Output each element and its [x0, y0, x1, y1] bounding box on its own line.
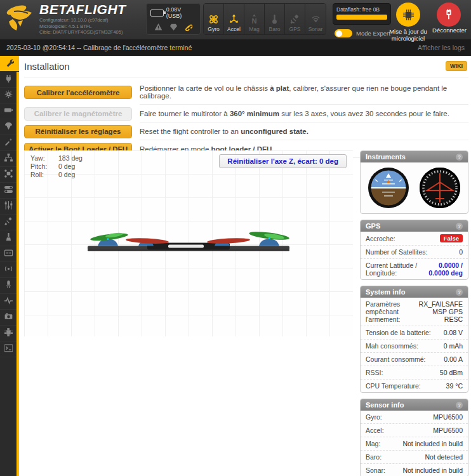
chip-icon	[402, 9, 415, 21]
row-label: Mag:	[366, 440, 380, 447]
sidebar-item-modes[interactable]	[0, 183, 17, 199]
panel-title: Sensor info	[366, 401, 404, 409]
sidebar-item-blackbox[interactable]	[0, 326, 17, 341]
panel-row: Baro:Not detected	[361, 451, 468, 464]
camera-icon	[4, 312, 13, 323]
panel-row: CPU Temperature:39 °C	[361, 380, 468, 392]
sidebar-item-osd[interactable]	[0, 246, 17, 262]
panel-row: Mah consommés:0 mAh	[361, 340, 468, 353]
action-button-1: Calibrer le magnétomètre	[24, 107, 132, 121]
baro-icon	[269, 14, 280, 25]
quadcopter-3d-model	[84, 223, 293, 258]
svg-text:N: N	[251, 17, 256, 25]
instruments-title: Instruments	[366, 153, 406, 161]
help-icon[interactable]: ?	[456, 223, 463, 230]
action-button-0[interactable]: Calibrer l'accéléromètre	[24, 86, 132, 99]
action-description: Faire tourner le multirotor à 360° minim…	[140, 105, 468, 122]
battery-monitor: 0.08V (USB)	[146, 3, 201, 35]
log-message: 2025-03-10 @20:54:14 -- Calibrage de l'a…	[6, 44, 192, 51]
reset-z-axis-button[interactable]: Réinitialiser l'axe Z, écart: 0 deg	[219, 154, 347, 168]
row-value[interactable]: 0.0000 / 0.0000 deg	[424, 261, 463, 277]
sidebar-item-receiver[interactable]	[0, 167, 17, 183]
calibration-actions: Calibrer l'accéléromètrePositionner la c…	[24, 80, 468, 158]
row-value: MPU6500	[433, 426, 463, 434]
panel-row: Courant consommé:0.00 A	[361, 353, 468, 366]
sidebar-item-presets[interactable]	[0, 135, 17, 151]
instruments-panel: Instruments ?	[360, 150, 468, 214]
disconnect-label[interactable]: Déconnecter	[432, 27, 467, 34]
gps-icon	[289, 14, 300, 25]
battery-voltage: 0.08V (USB)	[166, 6, 196, 19]
sensor-status-baro: Baro	[265, 4, 285, 34]
sidebar-item-pid-tuning[interactable]	[0, 151, 17, 167]
sidebar-item-camera[interactable]	[0, 310, 17, 326]
row-value: MPU6500	[433, 413, 463, 421]
show-logs-link[interactable]: Afficher les logs	[418, 44, 465, 51]
dataflash-usage-bar	[336, 15, 387, 20]
sidebar-item-motors[interactable]	[0, 230, 17, 246]
row-label: Tension de la batterie:	[366, 329, 431, 336]
sensor-label: Accel	[227, 26, 241, 32]
betaflight-logo: BETAFLIGHT Configurateur: 10.10.0 (c97de…	[4, 3, 126, 36]
sidebar-item-gps[interactable]	[0, 215, 17, 230]
sidebar-item-adjustments[interactable]	[0, 199, 17, 215]
firmware-flasher-button[interactable]	[396, 3, 420, 27]
gps-panel: GPS?Accroche:FalseNumber of Satellites:0…	[360, 220, 468, 280]
status-badge[interactable]: False	[440, 234, 463, 242]
panel-row: Current Latitude / Longitude:0.0000 / 0.…	[361, 259, 468, 279]
configurator-version: Configurateur: 10.10.0 (c97deaf)	[39, 17, 126, 23]
row-label: CPU Temperature:	[366, 382, 421, 390]
action-button-2[interactable]: Réinitialiser les réglages	[24, 125, 132, 138]
panel-row: Sonar:Not included in build	[361, 464, 468, 476]
sidebar-item-failsafe[interactable]	[0, 119, 17, 135]
sidebar-item-ports[interactable]	[0, 72, 17, 88]
panel-row: Paramètres empêchant l'armement:RX_FAILS…	[361, 298, 468, 326]
help-icon[interactable]: ?	[456, 402, 463, 409]
sensor-info-panel: Sensor info?Gyro:MPU6500Accel:MPU6500Mag…	[360, 399, 468, 476]
row-label: Sonar:	[366, 466, 385, 474]
sensor-label: Mag	[249, 26, 260, 32]
sliders-icon	[4, 201, 13, 212]
sidebar-item-video-transmitter[interactable]	[0, 262, 17, 278]
expert-mode-label: Mode Expert	[356, 30, 390, 37]
panel-row: Number of Satellites:0	[361, 246, 468, 259]
sidebar-item-led-strip[interactable]	[0, 278, 17, 294]
info-panels-column: Instruments ?	[360, 150, 468, 476]
row-value: 0	[459, 248, 463, 256]
sidebar-item-power-battery[interactable]	[0, 103, 17, 119]
sensor-status-bar: GyroAccelNMagBaroGPSSonar	[203, 3, 326, 35]
expert-mode-toggle[interactable]	[335, 29, 352, 37]
pulse-icon	[4, 296, 13, 307]
battery-icon	[150, 10, 164, 17]
parachute-icon	[4, 121, 13, 133]
dataflash-indicator: Dataflash: free 0B	[333, 3, 391, 25]
toggle-knob	[336, 30, 342, 37]
wiki-button[interactable]: WIKI	[446, 61, 467, 71]
log-highlight: terminé	[169, 44, 192, 51]
link-icon[interactable]	[184, 23, 192, 31]
disconnect-button[interactable]	[437, 3, 461, 27]
row-label: Current Latitude / Longitude:	[366, 261, 420, 277]
panel-row: Accroche:False	[361, 232, 468, 246]
help-icon[interactable]: ?	[456, 289, 463, 296]
help-icon[interactable]: ?	[456, 154, 463, 161]
yaw-label: Yaw:	[30, 154, 58, 162]
model-3d-viewport[interactable]: Yaw:183 deg Pitch:0 deg Roll:0 deg Réini…	[24, 150, 353, 336]
usb-disconnect-icon	[443, 9, 454, 20]
sensor-label: Gyro	[208, 26, 219, 32]
sensor-label: Baro	[269, 26, 281, 32]
sensor-status-gps: GPS	[285, 4, 305, 34]
panel-title: System info	[366, 288, 405, 296]
sidebar-item-setup[interactable]	[0, 56, 19, 72]
sidebar-item-cli[interactable]	[0, 341, 17, 357]
row-value: 0.00 A	[444, 355, 463, 363]
hornet-logo-icon	[4, 3, 37, 36]
target-name: Cible: DIAT/FURYF4OSD(STM32F405)	[39, 29, 126, 36]
roll-value: 0 deg	[58, 171, 75, 179]
sidebar-item-sensors[interactable]	[0, 294, 17, 310]
row-label: Paramètres empêchant l'armement:	[366, 300, 415, 323]
sidebar-item-configuration[interactable]	[0, 88, 17, 103]
sensor-status-sonar: Sonar	[305, 4, 326, 34]
firmware-flasher-label[interactable]: Mise à jour du micrologiciel	[386, 28, 430, 42]
brush-icon	[4, 232, 13, 244]
